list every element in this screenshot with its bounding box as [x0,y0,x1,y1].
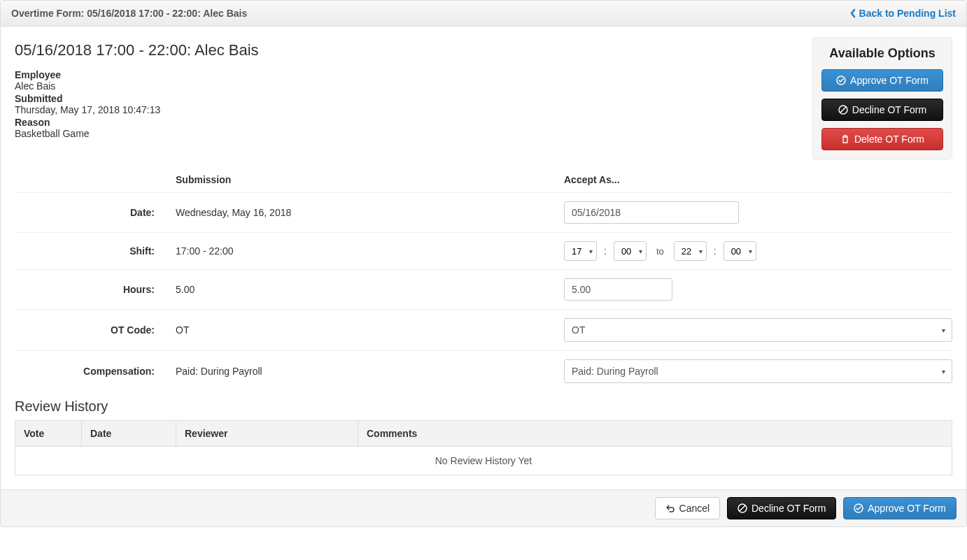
compensation-select[interactable]: Paid: During Payroll [564,359,952,383]
page-title: 05/16/2018 17:00 - 22:00: Alec Bais [15,41,952,59]
row-shift: Shift: 17:00 - 22:00 17 : 00 to 22 : 00 [15,233,952,270]
approve-ot-label: Approve OT Form [850,75,929,86]
panel-footer: Cancel Decline OT Form Approve OT Form [1,489,966,526]
svg-line-4 [740,505,745,511]
overtime-form-panel: Overtime Form: 05/16/2018 17:00 - 22:00:… [0,0,967,527]
date-input[interactable] [564,201,739,224]
panel-header: Overtime Form: 05/16/2018 17:00 - 22:00:… [1,1,966,27]
compensation-label: Compensation: [15,366,176,377]
row-otcode: OT Code: OT OT [15,310,952,351]
columns-header: Submission Accept As... [15,167,952,193]
reason-label: Reason [15,117,588,128]
colon-separator: : [604,245,607,257]
employee-label: Employee [15,69,588,80]
hours-input[interactable] [564,278,672,301]
review-empty-row: No Review History Yet [15,447,952,475]
trash-icon [840,134,850,144]
back-link-label: Back to Pending List [859,8,956,19]
delete-ot-label: Delete OT Form [854,134,924,145]
ban-circle-icon [838,105,848,115]
hours-label: Hours: [15,284,176,295]
otcode-label: OT Code: [15,324,176,336]
row-hours: Hours: 5.00 [15,270,952,310]
panel-body: Available Options Approve OT Form Declin… [1,27,966,489]
back-to-pending-link[interactable]: Back to Pending List [849,8,956,19]
col-date: Date [82,421,176,447]
otcode-select[interactable]: OT [564,318,952,342]
available-options-title: Available Options [821,46,943,61]
date-submission: Wednesday, May 16, 2018 [176,207,564,218]
hours-submission: 5.00 [176,284,564,295]
row-date: Date: Wednesday, May 16, 2018 [15,193,952,233]
approve-ot-button[interactable]: Approve OT Form [821,69,943,92]
start-hour-select[interactable]: 17 [564,241,597,261]
accept-as-header: Accept As... [564,174,952,185]
compensation-submission: Paid: During Payroll [176,366,564,377]
svg-line-2 [840,107,846,113]
shift-label: Shift: [15,245,176,257]
row-compensation: Compensation: Paid: During Payroll Paid:… [15,351,952,392]
cancel-button[interactable]: Cancel [655,497,721,519]
review-history-table: Vote Date Reviewer Comments No Review Hi… [15,420,952,475]
to-text: to [656,246,664,257]
delete-ot-button[interactable]: Delete OT Form [821,128,943,150]
date-label: Date: [15,207,176,218]
submitted-value: Thursday, May 17, 2018 10:47:13 [15,104,588,115]
end-hour-select[interactable]: 22 [674,241,707,261]
start-min-select[interactable]: 00 [614,241,647,261]
shift-submission: 17:00 - 22:00 [176,245,564,257]
decline-ot-button[interactable]: Decline OT Form [821,99,943,121]
col-comments: Comments [358,421,952,447]
otcode-submission: OT [176,324,564,336]
shift-inputs: 17 : 00 to 22 : 00 [564,241,952,261]
ok-circle-icon [836,76,846,85]
footer-decline-button[interactable]: Decline OT Form [727,497,836,519]
chevron-left-icon [849,8,856,18]
cancel-label: Cancel [679,503,710,514]
undo-icon [665,503,675,513]
panel-title: Overtime Form: 05/16/2018 17:00 - 22:00:… [11,8,247,19]
form-meta: Employee Alec Bais Submitted Thursday, M… [15,69,588,139]
ban-circle-icon [737,503,747,513]
employee-value: Alec Bais [15,80,588,92]
col-reviewer: Reviewer [176,421,358,447]
colon-separator: : [714,245,717,257]
footer-decline-label: Decline OT Form [751,503,826,514]
footer-approve-label: Approve OT Form [868,503,946,514]
decline-ot-label: Decline OT Form [852,104,926,115]
ok-circle-icon [854,503,863,513]
end-min-select[interactable]: 00 [724,241,756,261]
col-vote: Vote [15,421,82,447]
reason-value: Basketball Game [15,128,588,139]
available-options-box: Available Options Approve OT Form Declin… [812,37,952,159]
footer-approve-button[interactable]: Approve OT Form [843,497,957,519]
submitted-label: Submitted [15,93,588,104]
review-history-title: Review History [15,399,952,415]
submission-header: Submission [176,174,564,185]
